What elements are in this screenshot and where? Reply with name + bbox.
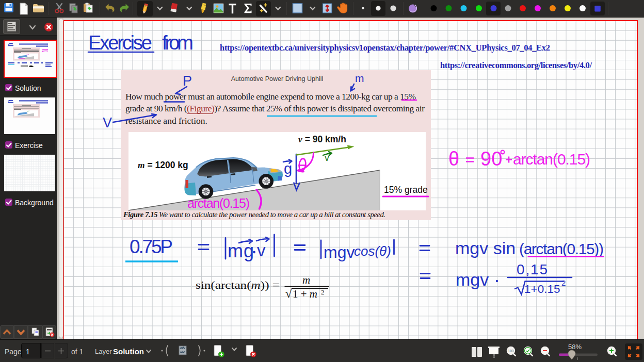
svg-text:100: 100 <box>508 349 514 353</box>
svg-text:58%: 58% <box>568 343 582 351</box>
